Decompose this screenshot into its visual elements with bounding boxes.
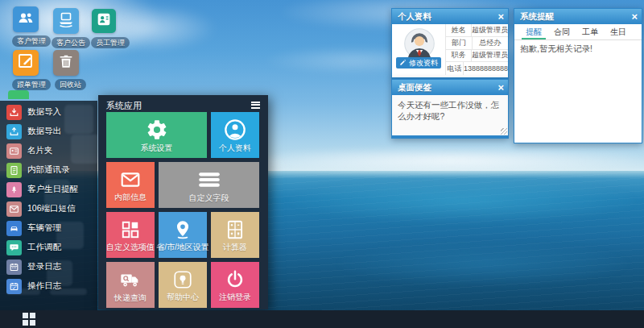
data-export-icon [6, 124, 22, 139]
note-content[interactable]: 今天还有一些工作没做，怎么办才好呢? [392, 95, 508, 135]
sidebar-item-label: 数据导入 [27, 106, 61, 118]
desktop-icon-employee-management[interactable] [92, 9, 116, 33]
tab-contract[interactable]: 合同 [550, 24, 574, 39]
sidebar-item-data-export[interactable]: 数据导出 [0, 122, 97, 140]
sidebar-item-internal-contacts[interactable]: 内部通讯录 [0, 161, 97, 179]
tile-label: 帮助中心 [167, 293, 199, 301]
list-lines-icon [198, 168, 221, 191]
desktop-icon-order-management[interactable] [13, 50, 39, 76]
calculator-icon [225, 219, 246, 240]
data-import-icon [6, 105, 22, 120]
desktop-icon-label: 跟单管理 [12, 79, 51, 90]
reminder-empty-text: 抱歉,暂无相关记录! [514, 39, 642, 143]
grid-squares-icon [120, 219, 141, 240]
field-label: 部门 [446, 37, 473, 49]
close-icon[interactable]: × [631, 10, 638, 23]
tile-label: 内部信息 [114, 193, 147, 201]
employee-card-icon [95, 10, 113, 31]
calendar-icon [6, 259, 22, 275]
tile-personal-profile[interactable]: 个人资料 [211, 112, 259, 158]
sidebar-item-customer-birthday-reminder[interactable]: 客户生日提醒 [0, 181, 97, 198]
reminder-panel-title: 系统提醒 [520, 11, 554, 23]
desktop-icon-label: 员工管理 [91, 37, 130, 48]
desktop-icon-recycle-bin[interactable] [53, 50, 79, 76]
table-row: 姓名 超级管理员 [445, 24, 508, 37]
sidebar-item-work-dispatch[interactable]: 工作调配 [0, 239, 97, 256]
mail-icon [120, 169, 141, 190]
pencil-icon [399, 59, 407, 68]
tile-label: 系统设置 [141, 143, 173, 152]
taskbar [0, 310, 644, 328]
tile-label: 注销登录 [219, 293, 251, 301]
profile-panel-title: 个人资料 [398, 11, 431, 23]
profile-panel: 个人资料 × 修改资料 姓名 超级管理员 部门 总经办 职务 超级管理员 电话 … [391, 8, 509, 80]
tile-help-center[interactable]: 帮助中心 [159, 262, 207, 308]
map-pin-icon [172, 219, 193, 240]
sidebar-item-data-import[interactable]: 数据导入 [0, 103, 97, 121]
sidebar-item-sms-port[interactable]: 106端口短信 [0, 200, 97, 218]
sidebar-item-label: 登录日志 [27, 261, 61, 272]
lightbulb-icon [172, 269, 193, 290]
tile-express-tracking[interactable]: 快递查询 [106, 262, 155, 308]
tab-birthday[interactable]: 生日 [606, 24, 630, 39]
windows-logo-icon [30, 320, 35, 326]
edit-profile-button[interactable]: 修改资料 [396, 57, 441, 69]
sidebar-item-label: 数据导出 [27, 126, 61, 137]
menu-hamburger-icon[interactable] [251, 102, 260, 109]
partial-desktop-icon [8, 90, 29, 99]
edit-pencil-icon [16, 52, 35, 74]
sidebar-item-vehicle-management[interactable]: 车辆管理 [0, 219, 97, 237]
tile-label: 省/市/地区设置 [156, 243, 209, 251]
tab-reminder[interactable]: 提醒 [522, 24, 546, 39]
tile-label: 计算器 [223, 243, 247, 251]
field-value: 超级管理员 [472, 50, 508, 62]
start-menu-title: 系统应用 [106, 100, 142, 112]
desktop-icon-customer-management[interactable] [13, 6, 39, 32]
notes-panel-header: 桌面便签 × [392, 80, 508, 95]
close-icon[interactable]: × [497, 10, 504, 23]
power-icon [225, 269, 246, 290]
notes-panel: 桌面便签 × 今天还有一些工作没做，怎么办才好呢? [391, 79, 509, 139]
sidebar-item-label: 名片夹 [27, 145, 53, 156]
calendar-icon [6, 279, 22, 294]
field-label: 职务 [446, 50, 472, 62]
tile-internal-messages[interactable]: 内部信息 [106, 162, 155, 208]
profile-person-icon [224, 118, 246, 141]
car-icon [6, 221, 22, 236]
sidebar-item-operation-log[interactable]: 操作日志 [0, 277, 97, 295]
notes-panel-footer [392, 135, 508, 138]
reminder-tab-bar: 提醒 合同 工单 生日 [514, 24, 642, 40]
table-row: 电话 13888888888 [445, 62, 508, 75]
laptop-icon [56, 10, 76, 32]
tile-custom-options[interactable]: 自定义选项值 [106, 212, 155, 258]
desktop-icon-label: 客户公告 [52, 37, 90, 48]
sidebar-item-label: 客户生日提醒 [27, 184, 78, 195]
sidebar-item-label: 操作日志 [27, 280, 61, 292]
card-holder-icon [6, 143, 22, 159]
chat-bubble-icon [6, 240, 22, 255]
address-book-icon [6, 163, 22, 178]
field-label: 姓名 [446, 24, 472, 36]
tile-calculator[interactable]: 计算器 [211, 212, 259, 258]
sidebar-item-label: 工作调配 [27, 242, 61, 253]
field-value: 13888888888 [464, 62, 508, 75]
tab-work-order[interactable]: 工单 [578, 24, 602, 39]
tile-custom-fields[interactable]: 自定义字段 [159, 162, 259, 208]
resize-handle-icon[interactable] [501, 128, 507, 135]
tile-logout[interactable]: 注销登录 [211, 262, 259, 308]
desktop-icon-customer-announcement[interactable] [53, 8, 79, 34]
windows-logo-icon [23, 313, 28, 318]
birthday-tree-icon [6, 182, 22, 197]
tile-system-settings[interactable]: 系统设置 [106, 112, 207, 158]
start-button[interactable] [23, 313, 35, 326]
people-icon [16, 8, 35, 31]
trash-icon [57, 52, 75, 73]
reminder-panel: 系统提醒 × 提醒 合同 工单 生日 抱歉,暂无相关记录! [514, 8, 642, 143]
close-icon[interactable]: × [497, 81, 504, 94]
tile-region-settings[interactable]: 省/市/地区设置 [159, 212, 207, 258]
desktop-icon-label: 客户管理 [12, 35, 51, 47]
sidebar-item-business-cards[interactable]: 名片夹 [0, 142, 97, 160]
field-label: 电话 [446, 62, 464, 75]
windows-logo-icon [23, 320, 28, 326]
sidebar-item-login-log[interactable]: 登录日志 [0, 258, 97, 276]
